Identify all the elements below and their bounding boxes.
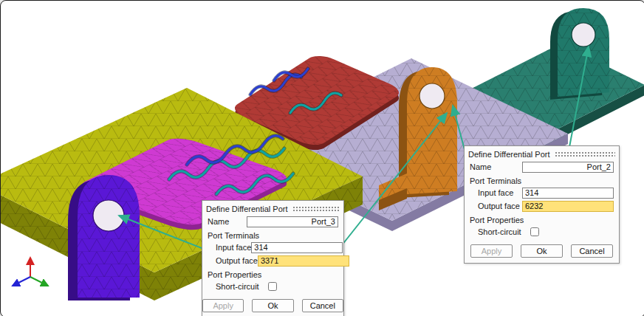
ok-button[interactable]: Ok xyxy=(521,244,563,258)
cancel-button[interactable]: Cancel xyxy=(571,244,613,258)
teal-port-bracket-mesh xyxy=(558,8,609,97)
application-window: Define Differential Port Name Port Termi… xyxy=(0,0,644,316)
port-properties-group-label: Port Properties xyxy=(202,267,343,280)
define-differential-port-dialog-port2: Define Differential Port Name Port Termi… xyxy=(464,145,620,264)
dialog-drag-dots-icon xyxy=(555,151,615,157)
input-face-label: Input face xyxy=(478,188,513,197)
cancel-button[interactable]: Cancel xyxy=(302,299,343,312)
dialog-titlebar[interactable]: Define Differential Port xyxy=(465,146,619,160)
output-face-label: Output face xyxy=(216,256,258,265)
port-properties-group-label: Port Properties xyxy=(465,213,619,225)
dialog-drag-dots-icon xyxy=(292,206,340,212)
ok-button[interactable]: Ok xyxy=(252,299,293,312)
apply-button[interactable]: Apply xyxy=(202,299,244,312)
input-face-label: Input face xyxy=(216,243,251,252)
dialog-title: Define Differential Port xyxy=(206,205,287,213)
coordinate-triad-icon xyxy=(13,258,48,286)
orange-port-hole-face[interactable] xyxy=(419,83,445,109)
teal-port-hole-face[interactable] xyxy=(572,23,595,47)
dialog-titlebar[interactable]: Define Differential Port xyxy=(202,201,343,215)
input-face-input[interactable] xyxy=(522,188,614,199)
name-input[interactable] xyxy=(522,162,614,173)
short-circuit-label: Short-circuit xyxy=(478,227,521,236)
short-circuit-checkbox[interactable] xyxy=(530,227,539,236)
axis-z-icon xyxy=(13,277,30,286)
dialog-title: Define Differential Port xyxy=(468,150,549,159)
define-differential-port-dialog-port3: Define Differential Port Name Port Termi… xyxy=(202,200,344,316)
output-face-label: Output face xyxy=(478,202,520,210)
short-circuit-checkbox[interactable] xyxy=(268,282,277,291)
port-terminals-group-label: Port Terminals xyxy=(465,174,619,186)
short-circuit-label: Short-circuit xyxy=(216,282,259,291)
apply-button[interactable]: Apply xyxy=(470,244,513,258)
axis-y-icon xyxy=(30,277,48,286)
input-face-input[interactable] xyxy=(251,242,343,253)
name-label: Name xyxy=(208,217,229,226)
name-label: Name xyxy=(470,162,491,171)
port-terminals-group-label: Port Terminals xyxy=(202,228,343,241)
name-input[interactable] xyxy=(247,216,338,227)
output-face-input[interactable] xyxy=(258,255,349,267)
purple-port-bracket-mesh xyxy=(78,175,140,298)
output-face-input[interactable] xyxy=(522,201,614,212)
